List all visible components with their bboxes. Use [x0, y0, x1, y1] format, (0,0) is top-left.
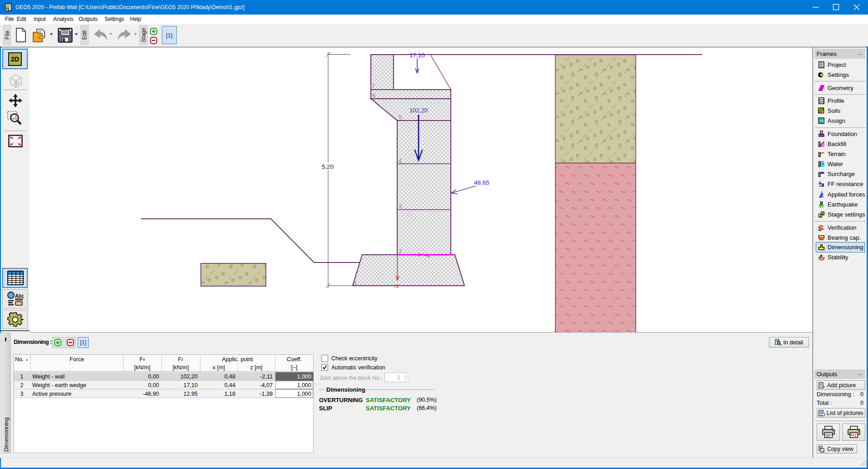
svg-text:+z: +z: [393, 283, 399, 289]
svg-text:1: 1: [354, 279, 357, 286]
svg-text:+x: +x: [424, 252, 430, 259]
svg-text:3: 3: [399, 203, 402, 210]
svg-text:17,10: 17,10: [409, 52, 425, 59]
svg-text:2: 2: [399, 248, 402, 255]
svg-text:102,20: 102,20: [409, 107, 428, 114]
svg-text:5,20: 5,20: [322, 163, 334, 170]
svg-text:3D: 3D: [13, 81, 20, 86]
svg-text:7: 7: [372, 83, 375, 90]
svg-text:5: 5: [399, 114, 402, 121]
svg-text:48,65: 48,65: [474, 179, 489, 186]
svg-text:Abc: Abc: [15, 293, 24, 298]
svg-text:¾¼: ¾¼: [819, 119, 824, 122]
svg-text:1: 1: [820, 214, 822, 217]
svg-text:6: 6: [372, 92, 375, 99]
svg-text:4: 4: [398, 157, 401, 164]
